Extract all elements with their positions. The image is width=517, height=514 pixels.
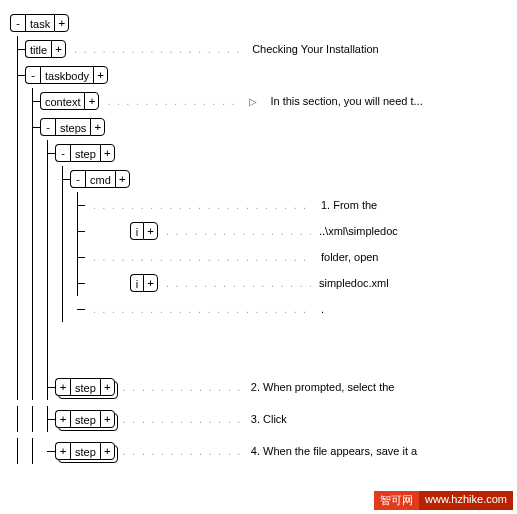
collapse-button[interactable]: -: [10, 14, 25, 32]
tag-steps[interactable]: steps: [55, 118, 90, 136]
leader-dots: . . . . . . . . . . . . . . . . . . . .: [166, 226, 311, 237]
arrow-icon: ▷: [245, 96, 260, 107]
cmd-text: ..\xml\simpledoc: [319, 225, 398, 237]
cmd-text: folder, open: [321, 251, 379, 263]
tag-context[interactable]: context: [40, 92, 84, 110]
leader-dots: . . . . . . . . . . . . . . . . . . . . …: [93, 200, 313, 211]
expand-button[interactable]: +: [100, 144, 115, 162]
tag-taskbody[interactable]: taskbody: [40, 66, 93, 84]
expand-button[interactable]: +: [100, 410, 115, 428]
tag-step[interactable]: step: [70, 144, 100, 162]
expand-button[interactable]: +: [143, 274, 158, 292]
tag-task[interactable]: task: [25, 14, 54, 32]
cmd-text: simpledoc.xml: [319, 277, 389, 289]
collapse-button[interactable]: -: [25, 66, 40, 84]
leader-dots: . . . . . . . . . . . . . . . . . . . .: [166, 278, 311, 289]
expand-button[interactable]: +: [51, 40, 66, 58]
expand-button[interactable]: +: [55, 442, 70, 460]
tag-cmd[interactable]: cmd: [85, 170, 115, 188]
tag-step[interactable]: step: [70, 378, 100, 396]
expand-button[interactable]: +: [100, 442, 115, 460]
tag-title[interactable]: title: [25, 40, 51, 58]
leader-dots: . . . . . . . . . . . . . . . . . . . . …: [93, 304, 313, 315]
collapse-button[interactable]: -: [70, 170, 85, 188]
leader-dots: . . . . . . . . . . . . . . . .: [123, 446, 243, 457]
step-text: 4. When the file appears, save it a: [251, 445, 417, 457]
leader-dots: . . . . . . . . . . . . . . . .: [123, 414, 243, 425]
step-text: 2. When prompted, select the: [251, 381, 395, 393]
leader-dots: . . . . . . . . . . . . . . . . . .: [107, 96, 237, 107]
expand-button[interactable]: +: [84, 92, 99, 110]
expand-button[interactable]: +: [100, 378, 115, 396]
expand-button[interactable]: +: [93, 66, 108, 84]
cmd-text: .: [321, 303, 324, 315]
collapse-button[interactable]: -: [40, 118, 55, 136]
tag-i[interactable]: i: [130, 274, 143, 292]
expand-button[interactable]: +: [55, 378, 70, 396]
expand-button[interactable]: +: [115, 170, 130, 188]
tag-step[interactable]: step: [70, 442, 100, 460]
step-text: 3. Click: [251, 413, 287, 425]
collapse-button[interactable]: -: [55, 144, 70, 162]
expand-button[interactable]: +: [90, 118, 105, 136]
cmd-text: 1. From the: [321, 199, 377, 211]
leader-dots: . . . . . . . . . . . . . . . .: [123, 382, 243, 393]
expand-button[interactable]: +: [143, 222, 158, 240]
leader-dots: . . . . . . . . . . . . . . . . . . . . …: [93, 252, 313, 263]
expand-button[interactable]: +: [54, 14, 69, 32]
title-text: Checking Your Installation: [252, 43, 379, 55]
tag-step[interactable]: step: [70, 410, 100, 428]
expand-button[interactable]: +: [55, 410, 70, 428]
leader-dots: . . . . . . . . . . . . . . . . . . . . …: [74, 44, 244, 55]
context-text: In this section, you will need t...: [270, 95, 422, 107]
tag-i[interactable]: i: [130, 222, 143, 240]
